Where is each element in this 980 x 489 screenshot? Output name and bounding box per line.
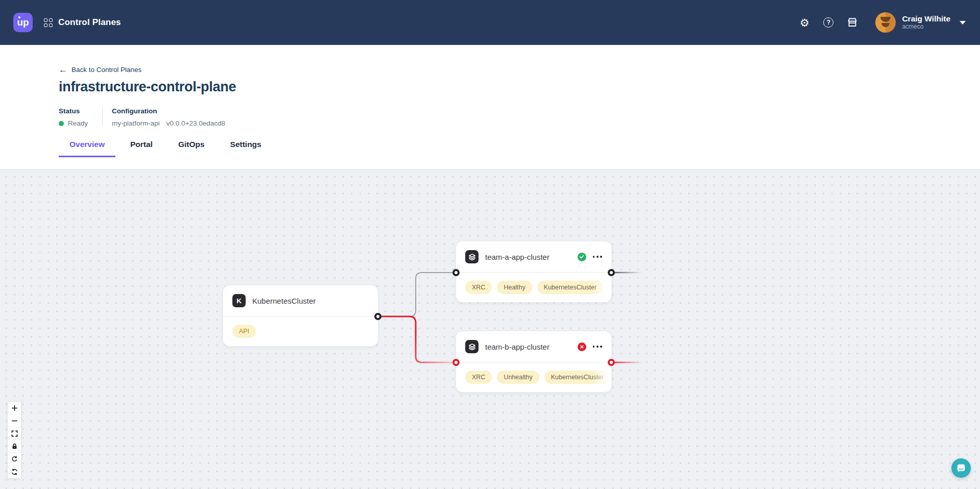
node-menu-button[interactable] [593, 344, 602, 350]
tab-overview[interactable]: Overview [59, 140, 115, 157]
unhealthy-x-icon [578, 343, 586, 351]
badge-xrc: XRC [465, 281, 492, 294]
back-link-label: Back to Control Planes [71, 66, 141, 74]
badge-unhealthy: Unhealthy [497, 371, 539, 384]
node-kubernetescluster[interactable]: K KubernetesCluster API [223, 285, 378, 346]
nav-right-group: ⚙ ? Craig Wilhite acmeco [798, 12, 966, 33]
upbound-logo[interactable]: up [13, 13, 33, 32]
badge-fade-overlay [592, 362, 611, 392]
tab-settings[interactable]: Settings [220, 140, 272, 157]
configuration-value: my-platform-api v0.0.0+23.0edacd8 [112, 119, 225, 127]
graph-canvas[interactable]: K KubernetesCluster API team-a-app-clust… [0, 169, 980, 489]
canvas-controls [7, 401, 21, 479]
logo-text: up [17, 17, 29, 28]
status-section: Status Ready [59, 107, 102, 127]
back-to-control-planes-link[interactable]: ← Back to Control Planes [59, 65, 141, 74]
chevron-down-icon[interactable] [960, 21, 966, 25]
badge-fade-overlay [592, 273, 611, 302]
chat-launcher-button[interactable] [951, 458, 971, 478]
meta-row: Status Ready Configuration my-platform-a… [59, 107, 980, 127]
configuration-version: v0.0.0+23.0edacd8 [166, 119, 225, 127]
port-source[interactable] [608, 269, 615, 276]
status-text: Ready [68, 119, 88, 127]
layers-icon [465, 250, 479, 263]
zoom-in-button[interactable] [8, 402, 21, 414]
node-team-b-app-cluster[interactable]: team-b-app-cluster XRC Unhealthy Kuberne… [456, 331, 611, 392]
chat-icon [956, 463, 966, 473]
graph-edges [0, 169, 980, 489]
zoom-out-button[interactable] [8, 414, 21, 427]
node-badges: XRC Healthy KubernetesCluster [456, 273, 611, 302]
badge-api: API [232, 325, 256, 338]
status-value: Ready [59, 119, 102, 127]
node-menu-button[interactable] [593, 254, 602, 260]
port-source[interactable] [608, 359, 615, 366]
rotate-icon-button[interactable] [8, 453, 21, 466]
user-name: Craig Wilhite [902, 14, 950, 23]
page-header: ← Back to Control Planes infrastructure-… [0, 45, 980, 169]
k-letter-icon: K [232, 294, 246, 307]
node-title: team-a-app-cluster [485, 253, 549, 261]
layers-icon [465, 340, 479, 353]
node-badges: API [223, 316, 378, 346]
status-label: Status [59, 107, 102, 115]
badge-xrc: XRC [465, 371, 492, 384]
configuration-label: Configuration [112, 107, 225, 115]
top-navbar: up Control Planes ⚙ ? Craig Wilhite acme… [0, 0, 980, 45]
help-icon[interactable]: ? [822, 16, 834, 29]
node-header: K KubernetesCluster [223, 285, 378, 316]
healthy-check-icon [578, 253, 586, 261]
marketplace-icon[interactable] [846, 16, 858, 29]
lock-icon-button[interactable] [8, 440, 21, 453]
node-actions [578, 343, 602, 351]
configuration-name: my-platform-api [112, 119, 160, 127]
settings-gear-icon[interactable]: ⚙ [798, 16, 810, 29]
node-title: KubernetesCluster [252, 297, 316, 305]
badge-healthy: Healthy [497, 281, 532, 294]
user-org: acmeco [902, 23, 950, 31]
port-target[interactable] [452, 359, 460, 366]
node-team-a-app-cluster[interactable]: team-a-app-cluster XRC Healthy Kubernete… [456, 241, 611, 302]
avatar [875, 12, 896, 33]
node-header: team-b-app-cluster [456, 331, 611, 362]
page-title: infrastructure-control-plane [59, 79, 980, 95]
tab-portal[interactable]: Portal [119, 140, 163, 157]
tab-bar: Overview Portal GitOps Settings [59, 140, 980, 157]
nav-app-switcher[interactable]: Control Planes [44, 17, 121, 28]
port-target[interactable] [452, 269, 460, 276]
node-header: team-a-app-cluster [456, 241, 611, 273]
grid-icon [44, 18, 53, 27]
port-source[interactable] [374, 313, 381, 320]
back-arrow-icon: ← [59, 65, 67, 74]
user-menu[interactable]: Craig Wilhite acmeco [875, 12, 966, 33]
node-actions [578, 253, 602, 261]
node-badges: XRC Unhealthy KubernetesCluster [456, 362, 611, 392]
status-ready-dot [59, 121, 64, 126]
logo-dot [18, 16, 20, 18]
tab-gitops[interactable]: GitOps [168, 140, 216, 157]
user-text: Craig Wilhite acmeco [902, 14, 950, 31]
node-title: team-b-app-cluster [485, 343, 549, 351]
configuration-section: Configuration my-platform-api v0.0.0+23.… [103, 107, 225, 127]
app-title: Control Planes [58, 17, 121, 28]
fit-view-button[interactable] [8, 427, 21, 440]
sync-icon-button[interactable] [8, 466, 21, 478]
